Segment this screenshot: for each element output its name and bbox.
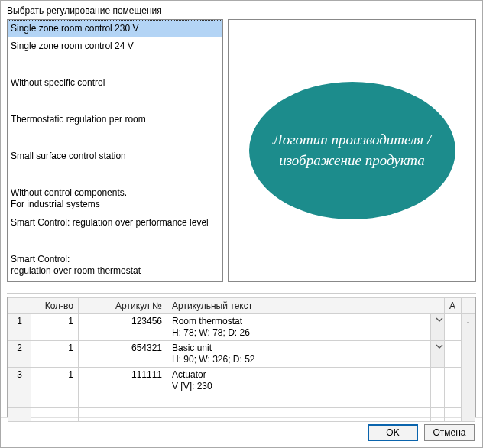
list-item[interactable]: Without control components. For industri… <box>8 184 222 214</box>
table-row <box>8 394 475 408</box>
hdr-article-text[interactable]: Артикульный текст <box>167 298 445 314</box>
list-item[interactable]: Smart Control, one basic unit: operation… <box>8 281 222 282</box>
cell-qty[interactable]: 1 <box>31 368 79 394</box>
row-index: 1 <box>8 314 31 341</box>
cell-qty[interactable]: 1 <box>31 314 79 341</box>
hdr-index <box>8 298 31 314</box>
table-row[interactable]: 11123456Room thermostat H: 78; W: 78; D:… <box>8 314 475 341</box>
list-item[interactable]: Smart Control: regulation over performan… <box>8 214 222 232</box>
list-item[interactable]: Single zone room control 230 V <box>8 20 222 37</box>
cell-article-text[interactable]: Actuator V [V]: 230 <box>167 368 431 394</box>
preview-panel: Логотип производителя / изображение прод… <box>228 19 476 282</box>
cell-a[interactable] <box>445 314 462 341</box>
scroll-up-icon[interactable] <box>466 316 470 330</box>
chevron-down-icon[interactable] <box>430 314 444 341</box>
hdr-qty[interactable]: Кол-во <box>31 298 79 314</box>
ok-button[interactable]: OK <box>368 424 418 441</box>
list-item[interactable] <box>8 166 222 184</box>
list-item[interactable]: Single zone room control 24 V <box>8 37 222 56</box>
cell-article-text[interactable]: Room thermostat H: 78; W: 78; D: 26 <box>167 314 431 341</box>
dialog-title: Выбрать регулирование помещения <box>1 1 482 19</box>
table-row[interactable]: 21654321Basic unit H: 90; W: 326; D: 52 <box>8 341 475 368</box>
row-index: 2 <box>8 341 31 368</box>
list-item[interactable] <box>8 56 222 74</box>
preview-placeholder-ellipse: Логотип производителя / изображение прод… <box>249 82 455 219</box>
hdr-article-no[interactable]: Артикул № <box>79 298 167 314</box>
article-table-box: Кол-во Артикул № Артикульный текст А 111… <box>7 297 476 417</box>
cell-article-no[interactable]: 123456 <box>79 314 167 341</box>
upper-pane: Single zone room control 230 VSingle zon… <box>1 19 482 282</box>
scrollbar[interactable] <box>462 314 475 422</box>
cell-empty <box>430 368 444 394</box>
cell-article-no[interactable]: 111111 <box>79 368 167 394</box>
cell-article-text[interactable]: Basic unit H: 90; W: 326; D: 52 <box>167 341 431 368</box>
chevron-down-icon[interactable] <box>430 341 444 368</box>
row-index: 3 <box>8 368 31 394</box>
list-item[interactable] <box>8 129 222 148</box>
table-row <box>8 408 475 422</box>
cell-article-no[interactable]: 654321 <box>79 341 167 368</box>
list-item[interactable]: Without specific control <box>8 74 222 93</box>
article-table: Кол-во Артикул № Артикульный текст А 111… <box>8 297 475 422</box>
list-item[interactable]: Smart Control: regulation over room ther… <box>8 251 222 281</box>
article-table-wrap: Кол-во Артикул № Артикульный текст А 111… <box>1 297 482 417</box>
list-item[interactable]: Small surface control station <box>8 148 222 166</box>
list-item[interactable] <box>8 93 222 111</box>
cell-a[interactable] <box>445 368 462 394</box>
divider <box>7 293 476 294</box>
cell-a[interactable] <box>445 341 462 368</box>
hdr-a[interactable]: А <box>445 298 462 314</box>
room-control-list[interactable]: Single zone room control 230 VSingle zon… <box>7 19 223 282</box>
list-item[interactable]: Thermostatic regulation per room <box>8 111 222 129</box>
hdr-scroll <box>462 298 475 314</box>
table-header-row: Кол-во Артикул № Артикульный текст А <box>8 298 475 314</box>
list-item[interactable] <box>8 232 222 251</box>
table-row[interactable]: 31111111Actuator V [V]: 230 <box>8 368 475 394</box>
cell-qty[interactable]: 1 <box>31 341 79 368</box>
cancel-button[interactable]: Отмена <box>424 424 475 441</box>
